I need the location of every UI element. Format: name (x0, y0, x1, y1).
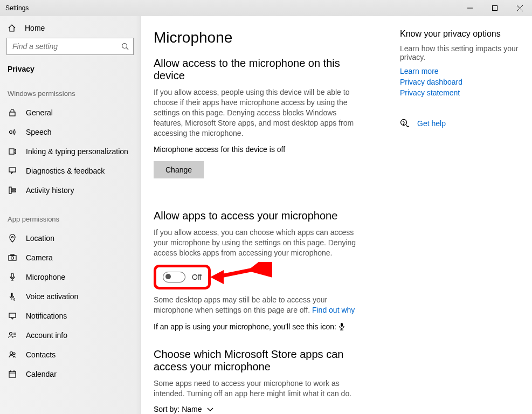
section-windows-permissions: Windows permissions (0, 86, 140, 103)
toggle-state-label: Off (192, 273, 202, 281)
section-heading-store-apps: Choose which Microsoft Store apps can ac… (154, 348, 368, 373)
side-heading: Know your privacy options (400, 29, 521, 39)
allow-apps-toggle[interactable] (163, 272, 185, 282)
location-icon (8, 234, 17, 243)
nav-label: General (26, 108, 53, 117)
speech-icon (8, 128, 17, 136)
nav-label: Contacts (26, 350, 56, 359)
svg-rect-24 (9, 371, 16, 377)
close-button[interactable] (507, 0, 532, 16)
svg-point-4 (122, 44, 127, 49)
home-nav[interactable]: Home (0, 16, 140, 38)
nav-contacts[interactable]: Contacts (0, 345, 140, 364)
section-app-permissions: App permissions (0, 212, 140, 229)
privacy-dashboard-link[interactable]: Privacy dashboard (400, 78, 521, 86)
svg-rect-11 (12, 189, 16, 190)
svg-rect-28 (340, 329, 343, 330)
account-icon (8, 331, 17, 340)
search-icon (121, 43, 129, 50)
voice-icon (8, 292, 17, 301)
svg-rect-14 (9, 256, 16, 260)
lock-icon (8, 108, 17, 117)
svg-point-22 (10, 352, 13, 355)
home-icon (8, 24, 16, 32)
nav-diagnostics[interactable]: Diagnostics & feedback (0, 161, 140, 181)
change-button[interactable]: Change (154, 161, 204, 178)
notifications-icon (8, 312, 17, 320)
svg-rect-6 (10, 112, 15, 116)
svg-rect-19 (12, 298, 12, 300)
search-input[interactable] (11, 42, 121, 51)
section-description: If you allow access, you can choose whic… (154, 227, 368, 258)
desktop-apps-note: Some desktop apps may still be able to a… (154, 295, 368, 315)
window-title: Settings (5, 4, 458, 12)
nav-activity[interactable]: Activity history (0, 181, 140, 200)
nav-voice-activation[interactable]: Voice activation (0, 287, 140, 306)
section-description: If you allow access, people using this d… (154, 87, 368, 138)
svg-point-7 (10, 131, 12, 134)
svg-rect-10 (9, 187, 11, 194)
nav-location[interactable]: Location (0, 229, 140, 248)
nav-calendar[interactable]: Calendar (0, 364, 140, 384)
home-label: Home (25, 24, 45, 32)
svg-rect-18 (11, 293, 13, 297)
nav-label: Voice activation (26, 292, 78, 301)
svg-point-13 (12, 237, 13, 238)
svg-rect-12 (12, 191, 16, 192)
nav-label: Diagnostics & feedback (26, 167, 105, 175)
privacy-statement-link[interactable]: Privacy statement (400, 88, 521, 97)
nav-label: Activity history (26, 186, 74, 195)
mic-in-use-note: If an app is using your microphone, you'… (154, 322, 368, 332)
camera-icon (8, 253, 17, 262)
nav-account-info[interactable]: Account info (0, 326, 140, 345)
nav-label: Calendar (26, 370, 57, 378)
annotation-highlight: Off (154, 265, 211, 289)
sort-by-control[interactable]: Sort by: Name (154, 405, 368, 413)
side-desc: Learn how this setting impacts your priv… (400, 44, 521, 61)
nav-inking[interactable]: Inking & typing personalization (0, 142, 140, 161)
svg-line-5 (127, 48, 129, 50)
calendar-icon (8, 370, 17, 378)
nav-label: Inking & typing personalization (26, 147, 128, 156)
nav-label: Microphone (26, 273, 65, 281)
microphone-icon (8, 273, 17, 281)
svg-rect-20 (9, 313, 16, 318)
nav-notifications[interactable]: Notifications (0, 306, 140, 326)
nav-label: Account info (26, 331, 67, 340)
get-help-link[interactable]: Get help (400, 119, 521, 128)
nav-label: Notifications (26, 312, 67, 320)
maximize-button[interactable] (482, 0, 507, 16)
svg-rect-1 (493, 6, 498, 11)
svg-rect-16 (11, 254, 14, 256)
section-description: Some apps need to access your microphone… (154, 378, 368, 399)
microphone-indicator-icon (338, 323, 345, 330)
main-content: Microphone Allow access to the microphon… (140, 16, 400, 414)
svg-point-21 (10, 333, 12, 335)
page-title: Microphone (154, 29, 368, 46)
nav-microphone[interactable]: Microphone (0, 267, 140, 287)
contacts-icon (8, 350, 17, 359)
svg-rect-8 (9, 149, 14, 154)
history-icon (8, 186, 17, 195)
nav-general[interactable]: General (0, 103, 140, 122)
svg-point-35 (404, 125, 404, 125)
device-access-status: Microphone access for this device is off (154, 144, 368, 155)
titlebar: Settings (0, 0, 532, 16)
nav-camera[interactable]: Camera (0, 248, 140, 267)
help-icon (400, 119, 410, 128)
svg-rect-9 (9, 168, 16, 172)
section-heading-app-access: Allow apps to access your microphone (154, 210, 368, 222)
svg-point-23 (13, 353, 15, 355)
learn-more-link[interactable]: Learn more (400, 67, 521, 75)
section-heading-device-access: Allow access to the microphone on this d… (154, 57, 368, 82)
svg-rect-17 (11, 273, 13, 278)
svg-point-15 (11, 257, 14, 259)
category-label: Privacy (0, 60, 140, 86)
minimize-button[interactable] (458, 0, 482, 16)
search-box[interactable] (6, 38, 134, 55)
nav-speech[interactable]: Speech (0, 122, 140, 142)
find-out-why-link[interactable]: Find out why (312, 306, 355, 314)
nav-label: Camera (26, 253, 53, 262)
chevron-down-icon (207, 408, 213, 412)
side-info-panel: Know your privacy options Learn how this… (400, 16, 532, 414)
